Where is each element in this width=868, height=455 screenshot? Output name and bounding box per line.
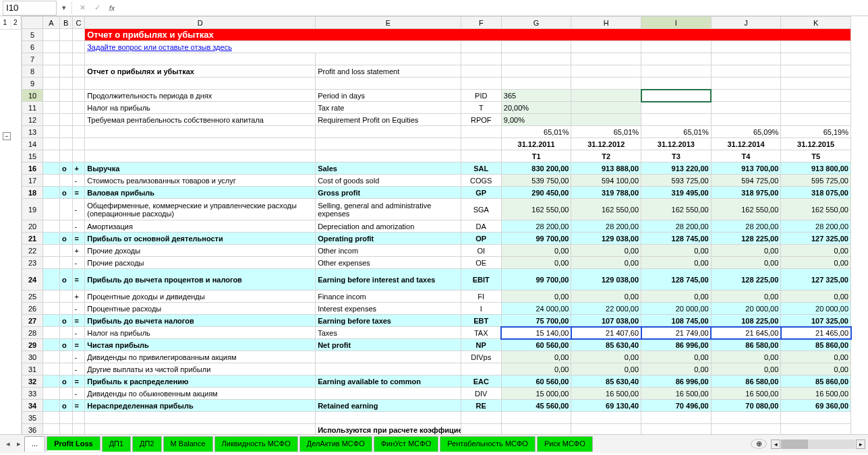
row-header[interactable]: 7 bbox=[22, 53, 43, 65]
cell[interactable]: Period in days bbox=[316, 90, 461, 102]
cell[interactable]: PID bbox=[461, 90, 501, 102]
row-header[interactable]: 21 bbox=[22, 233, 43, 245]
cell[interactable]: 0,00 bbox=[781, 245, 851, 257]
tab-profit-loss[interactable]: Profit Loss bbox=[47, 436, 100, 452]
cell[interactable]: 45 560,00 bbox=[501, 400, 571, 412]
outline-level-1[interactable]: 1 bbox=[0, 16, 11, 29]
row-header[interactable]: 28 bbox=[22, 327, 43, 339]
cell[interactable]: 0,00 bbox=[571, 257, 641, 269]
cell[interactable]: Другие выплаты из чистой прибыли bbox=[85, 363, 316, 375]
cell[interactable]: 85 630,40 bbox=[571, 339, 641, 351]
cell[interactable]: 0,00 bbox=[501, 363, 571, 375]
cell[interactable]: o bbox=[59, 269, 72, 291]
cell[interactable]: 0,00 bbox=[641, 257, 712, 269]
cell[interactable] bbox=[316, 351, 461, 363]
cell[interactable]: 0,00 bbox=[501, 291, 571, 303]
cell[interactable]: 0,00 bbox=[571, 351, 641, 363]
cell[interactable]: 127 325,00 bbox=[781, 269, 851, 291]
cell[interactable]: Выручка bbox=[85, 162, 316, 175]
outline-collapse-icon[interactable]: − bbox=[3, 132, 11, 140]
cell[interactable]: 69 130,40 bbox=[571, 400, 641, 412]
cell[interactable]: 0,00 bbox=[641, 351, 712, 363]
cell[interactable]: 99 700,00 bbox=[501, 233, 571, 245]
cell[interactable]: = bbox=[72, 187, 85, 199]
cell[interactable]: 0,00 bbox=[571, 245, 641, 257]
row-header[interactable]: 12 bbox=[22, 114, 43, 126]
cell[interactable]: 0,00 bbox=[571, 291, 641, 303]
cell[interactable]: NP bbox=[461, 339, 501, 351]
cell[interactable]: 318 975,00 bbox=[711, 187, 781, 199]
cell[interactable]: 0,00 bbox=[641, 245, 712, 257]
cell[interactable]: + bbox=[72, 245, 85, 257]
cell[interactable]: 0,00 bbox=[711, 351, 781, 363]
row-header[interactable]: 11 bbox=[22, 102, 43, 114]
row-header[interactable]: 15 bbox=[22, 150, 43, 162]
cell[interactable]: 128 225,00 bbox=[711, 233, 781, 245]
scroll-right-icon[interactable]: ▸ bbox=[856, 439, 865, 449]
cell[interactable]: 107 038,00 bbox=[571, 315, 641, 327]
cell[interactable]: o bbox=[59, 315, 72, 327]
cell[interactable]: Прибыль до вычета налогов bbox=[85, 315, 316, 327]
cell[interactable]: 28 200,00 bbox=[641, 220, 712, 233]
col-header-I[interactable]: I bbox=[641, 17, 712, 29]
cell[interactable]: 65,01% bbox=[501, 126, 571, 138]
cell[interactable]: 0,00 bbox=[781, 257, 851, 269]
cell[interactable]: Прочие доходы bbox=[85, 245, 316, 257]
cell[interactable] bbox=[316, 363, 461, 375]
spreadsheet-grid[interactable]: A B C D E F G H I J K 5Отчет о прибылях … bbox=[22, 16, 868, 434]
tab-nav-last-icon[interactable]: ▸ bbox=[13, 439, 24, 448]
confirm-icon[interactable]: ✓ bbox=[90, 3, 105, 12]
cell[interactable]: Общефирменные, коммерческие и управленче… bbox=[85, 199, 316, 220]
cell[interactable]: TAX bbox=[461, 327, 501, 339]
cell[interactable]: 31.12.2014 bbox=[711, 138, 781, 150]
tab-nav-first-icon[interactable]: ◂ bbox=[3, 439, 13, 448]
cell[interactable]: 65,19% bbox=[781, 126, 851, 138]
cell[interactable]: 31.12.2015 bbox=[781, 138, 851, 150]
cell[interactable]: 0,00 bbox=[781, 351, 851, 363]
cell[interactable]: 162 550,00 bbox=[571, 199, 641, 220]
row-header[interactable]: 5 bbox=[22, 29, 43, 41]
cell[interactable]: 70 080,00 bbox=[711, 400, 781, 412]
cell[interactable]: T1 bbox=[501, 150, 571, 162]
cell[interactable]: 15 140,00 bbox=[501, 327, 571, 339]
col-header-H[interactable]: H bbox=[571, 17, 641, 29]
scroll-left-icon[interactable]: ◂ bbox=[771, 439, 780, 449]
row-header[interactable]: 13 bbox=[22, 126, 43, 138]
cell[interactable]: Прочие расходы bbox=[85, 257, 316, 269]
cell[interactable]: RE bbox=[461, 400, 501, 412]
cell[interactable]: - bbox=[72, 363, 85, 375]
cell[interactable]: = bbox=[72, 269, 85, 291]
cell[interactable]: 594 725,00 bbox=[711, 175, 781, 187]
name-box-dropdown-icon[interactable]: ▾ bbox=[59, 3, 69, 12]
cell[interactable]: o bbox=[59, 400, 72, 412]
cell[interactable]: 16 500,00 bbox=[641, 388, 712, 400]
row-header[interactable]: 27 bbox=[22, 315, 43, 327]
col-header-E[interactable]: E bbox=[316, 17, 461, 29]
cell[interactable]: SGA bbox=[461, 199, 501, 220]
cell[interactable]: 319 495,00 bbox=[641, 187, 712, 199]
cell[interactable]: EAC bbox=[461, 375, 501, 388]
cell[interactable]: 21 465,00 bbox=[781, 327, 851, 339]
cell[interactable]: - bbox=[72, 388, 85, 400]
cell[interactable]: Interest expenses bbox=[316, 303, 461, 315]
row-header[interactable]: 24 bbox=[22, 269, 43, 291]
cell[interactable]: OP bbox=[461, 233, 501, 245]
tab-ellipsis[interactable]: ... bbox=[24, 436, 45, 452]
tab-delactiv[interactable]: ДелАктив МСФО bbox=[299, 436, 372, 452]
cell[interactable]: 913 220,00 bbox=[641, 162, 712, 175]
cell[interactable]: 0,00 bbox=[711, 245, 781, 257]
cell[interactable]: 85 860,00 bbox=[781, 375, 851, 388]
cell[interactable]: Стоимость реализованных товаров и услуг bbox=[85, 175, 316, 187]
row-header[interactable]: 18 bbox=[22, 187, 43, 199]
cell[interactable]: 107 325,00 bbox=[781, 315, 851, 327]
cell[interactable]: Earning before interest and taxes bbox=[316, 269, 461, 291]
cell[interactable]: Net profit bbox=[316, 339, 461, 351]
cell[interactable]: Дивиденды по привилегированным акциям bbox=[85, 351, 316, 363]
cell[interactable]: Finance incom bbox=[316, 291, 461, 303]
cell[interactable]: T4 bbox=[711, 150, 781, 162]
cell[interactable]: DIVps bbox=[461, 351, 501, 363]
cell[interactable]: 594 100,00 bbox=[571, 175, 641, 187]
cell[interactable]: o bbox=[59, 187, 72, 199]
cell[interactable]: 108 225,00 bbox=[711, 315, 781, 327]
cell[interactable]: 16 500,00 bbox=[571, 388, 641, 400]
